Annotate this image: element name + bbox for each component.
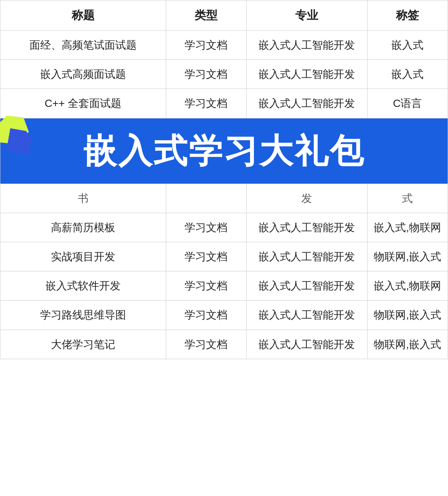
cell-major: 嵌入式人工智能开发 <box>246 271 367 301</box>
table-row: C++ 全套面试题学习文档嵌入式人工智能开发C语言 <box>0 89 448 118</box>
cell-title: 大佬学习笔记 <box>0 330 166 359</box>
cell-tag: C语言 <box>367 89 448 118</box>
table-row: 学习路线思维导图学习文档嵌入式人工智能开发物联网,嵌入式 <box>0 301 448 330</box>
cell-major: 嵌入式人工智能开发 <box>246 31 367 60</box>
cell-tag: 嵌入式 <box>367 60 448 89</box>
cell-type: 学习文档 <box>166 31 246 60</box>
cell-title: 实战项目开发 <box>0 242 166 271</box>
table-row: 嵌入式高频面试题学习文档嵌入式人工智能开发嵌入式 <box>0 60 448 89</box>
cell-type: 学习文档 <box>166 60 246 89</box>
header-title: 称题 <box>0 0 166 31</box>
partial-table-row: 书发式 <box>0 184 448 213</box>
cell-major: 嵌入式人工智能开发 <box>246 242 367 271</box>
table-row: 嵌入式软件开发学习文档嵌入式人工智能开发嵌入式,物联网 <box>0 271 448 301</box>
cell-type: 学习文档 <box>166 213 246 242</box>
cell-title: C++ 全套面试题 <box>0 89 166 118</box>
cell-tag: 物联网,嵌入式 <box>367 301 448 330</box>
header-type: 类型 <box>166 0 246 31</box>
cell-title: 嵌入式软件开发 <box>0 271 166 301</box>
banner-text: 嵌入式学习大礼包 <box>83 127 365 174</box>
banner-row: 嵌入式学习大礼包 <box>0 118 448 184</box>
cell-type: 学习文档 <box>166 89 246 118</box>
cell-type: 学习文档 <box>166 242 246 271</box>
content-table: 称题 类型 专业 称签 面经、高频笔试面试题学习文档嵌入式人工智能开发嵌入式嵌入… <box>0 0 448 359</box>
cell-tag: 嵌入式 <box>367 31 448 60</box>
cell-type: 学习文档 <box>166 330 246 359</box>
header-row: 称题 类型 专业 称签 <box>0 0 448 31</box>
main-container: 称题 类型 专业 称签 面经、高频笔试面试题学习文档嵌入式人工智能开发嵌入式嵌入… <box>0 0 448 359</box>
cell-title: 面经、高频笔试面试题 <box>0 31 166 60</box>
header-major: 专业 <box>246 0 367 31</box>
cell-type <box>166 184 246 213</box>
table-row: 实战项目开发学习文档嵌入式人工智能开发物联网,嵌入式 <box>0 242 448 271</box>
cell-type: 学习文档 <box>166 271 246 301</box>
cell-major: 嵌入式人工智能开发 <box>246 301 367 330</box>
table-row: 面经、高频笔试面试题学习文档嵌入式人工智能开发嵌入式 <box>0 31 448 60</box>
cell-tag: 嵌入式,物联网 <box>367 213 448 242</box>
cell-title: 书 <box>0 184 166 213</box>
header-tag: 称签 <box>367 0 448 31</box>
cell-major: 发 <box>246 184 367 213</box>
table-row: 高薪简历模板学习文档嵌入式人工智能开发嵌入式,物联网 <box>0 213 448 242</box>
cell-tag: 嵌入式,物联网 <box>367 271 448 301</box>
cell-major: 嵌入式人工智能开发 <box>246 89 367 118</box>
cell-tag: 物联网,嵌入式 <box>367 330 448 359</box>
cell-major: 嵌入式人工智能开发 <box>246 213 367 242</box>
cell-major: 嵌入式人工智能开发 <box>246 330 367 359</box>
table-row: 大佬学习笔记学习文档嵌入式人工智能开发物联网,嵌入式 <box>0 330 448 359</box>
cell-tag: 式 <box>367 184 448 213</box>
cell-major: 嵌入式人工智能开发 <box>246 60 367 89</box>
cell-tag: 物联网,嵌入式 <box>367 242 448 271</box>
cell-title: 高薪简历模板 <box>0 213 166 242</box>
cell-type: 学习文档 <box>166 301 246 330</box>
cell-title: 学习路线思维导图 <box>0 301 166 330</box>
cell-title: 嵌入式高频面试题 <box>0 60 166 89</box>
